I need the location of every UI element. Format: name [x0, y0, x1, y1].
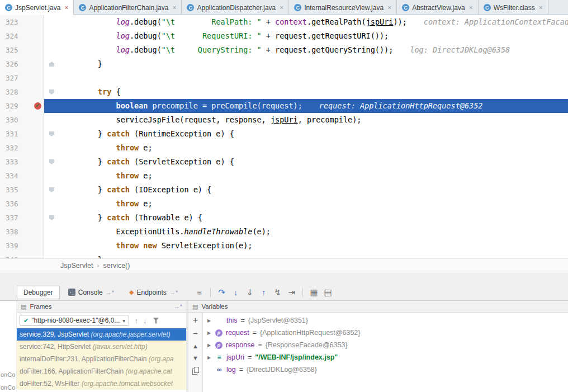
settings-menu-icon[interactable]: ≡	[192, 287, 206, 297]
fold-column[interactable]	[44, 99, 61, 113]
code-text[interactable]: serviceJspFile(request, response, jspUri…	[61, 113, 568, 127]
close-icon[interactable]: ×	[539, 4, 543, 12]
code-text[interactable]: log.debug("\t RealPath: " + context.getR…	[61, 15, 568, 29]
remove-watch-icon[interactable]: −	[193, 330, 198, 338]
variable-row[interactable]: ▶≡jspUri="/WEB-INF/jsp/index.jsp"	[203, 351, 568, 363]
fold-column[interactable]	[44, 169, 61, 183]
code-text[interactable]: } catch (RuntimeException e) {	[61, 127, 568, 141]
fold-column[interactable]	[44, 211, 61, 225]
fold-marker-icon[interactable]	[49, 89, 54, 95]
line-gutter[interactable]: 336	[0, 197, 44, 211]
expand-chevron-icon[interactable]: ▶	[206, 318, 212, 323]
thread-dropdown[interactable]: ✔ "http-nio-8080-exec-1"@6,0... ▾	[20, 315, 129, 326]
fold-column[interactable]	[44, 43, 61, 57]
fold-column[interactable]	[44, 155, 61, 169]
variable-row[interactable]: ▶this={JspServlet@6351}	[203, 314, 568, 327]
variable-row[interactable]: ▶prequest={ApplicationHttpRequest@6352}	[203, 327, 568, 339]
line-gutter[interactable]: 337	[0, 211, 44, 225]
close-icon[interactable]: ×	[280, 4, 283, 12]
expand-chevron-icon[interactable]: ▶	[206, 330, 212, 336]
line-gutter[interactable]: 335	[0, 183, 44, 197]
fold-column[interactable]	[44, 85, 61, 99]
debug-tab-debugger[interactable]: Debugger	[17, 286, 60, 299]
stack-frame-row[interactable]: doFilter:52, WsFilter (org.apache.tomcat…	[17, 377, 186, 390]
code-text[interactable]: }	[61, 57, 568, 71]
run-to-cursor-icon[interactable]: ⇥	[285, 287, 299, 297]
step-out-icon[interactable]: ↑	[257, 287, 271, 297]
code-text[interactable]: }	[61, 253, 568, 258]
fold-marker-icon[interactable]	[49, 215, 54, 220]
move-watch-up-icon[interactable]: ▲	[192, 343, 198, 350]
tool-window-button[interactable]: onCo	[1, 371, 15, 378]
editor-tab-InternalResourceView.java[interactable]: CInternalResourceView.java×	[289, 0, 397, 15]
line-gutter[interactable]: 325	[0, 43, 44, 57]
fold-column[interactable]	[44, 253, 61, 258]
line-gutter[interactable]: 326	[0, 57, 44, 71]
editor-tab-ApplicationDispatcher.java[interactable]: CApplicationDispatcher.java×	[182, 0, 289, 15]
code-text[interactable]: } catch (Throwable e) {	[61, 211, 568, 225]
step-over-icon[interactable]: ↷	[215, 287, 229, 297]
line-gutter[interactable]: 331	[0, 127, 44, 141]
fold-column[interactable]	[44, 127, 61, 141]
line-gutter[interactable]: 323	[0, 15, 44, 29]
fold-marker-icon[interactable]	[49, 159, 54, 164]
prev-frame-icon[interactable]: ↑	[134, 317, 138, 325]
stack-frame-row[interactable]: doFilter:166, ApplicationFilterChain (or…	[17, 365, 186, 377]
code-text[interactable]	[61, 71, 568, 85]
stack-frame-row[interactable]: service:329, JspServlet (org.apache.jasp…	[17, 328, 186, 341]
current-execution-line[interactable]: boolean precompile = preCompile(request)…	[44, 99, 568, 113]
hide-library-frames-icon[interactable]	[153, 318, 159, 324]
code-text[interactable]: } catch (ServletException e) {	[61, 155, 568, 169]
line-gutter[interactable]: 340	[0, 253, 44, 258]
editor-tab-JspServlet.java[interactable]: CJspServlet.java×	[0, 0, 74, 15]
stack-frame-row[interactable]: internalDoFilter:231, ApplicationFilterC…	[17, 353, 186, 365]
view-as-table-icon[interactable]: ▦	[307, 287, 321, 297]
code-editor[interactable]: 323 log.debug("\t RealPath: " + context.…	[0, 15, 568, 258]
code-text[interactable]: throw e;	[61, 141, 568, 155]
add-watch-icon[interactable]: +	[193, 317, 198, 324]
fold-column[interactable]	[44, 113, 61, 127]
line-gutter[interactable]: 327	[0, 71, 44, 85]
line-gutter[interactable]: 338	[0, 225, 44, 239]
code-text[interactable]: throw e;	[61, 197, 568, 211]
expand-chevron-icon[interactable]: ▶	[206, 355, 212, 360]
fold-column[interactable]	[44, 141, 61, 155]
line-gutter[interactable]: 329	[0, 99, 44, 113]
fold-marker-icon[interactable]	[49, 187, 54, 192]
fold-column[interactable]	[44, 57, 61, 71]
fold-column[interactable]	[44, 71, 61, 85]
editor-tab-ApplicationFilterChain.java[interactable]: CApplicationFilterChain.java×	[74, 0, 182, 15]
expand-chevron-icon[interactable]: ▶	[206, 343, 212, 348]
code-text[interactable]: boolean precompile = preCompile(request)…	[61, 99, 568, 113]
close-icon[interactable]: ×	[387, 4, 391, 12]
step-into-icon[interactable]: ↓	[229, 287, 243, 297]
close-icon[interactable]: ×	[64, 4, 68, 12]
debug-tab-endpoints[interactable]: ◆Endpoints→*	[122, 286, 184, 299]
debug-tab-console[interactable]: ›_Console→*	[61, 286, 121, 299]
jump-to-frame-icon[interactable]: →*	[174, 303, 182, 310]
close-icon[interactable]: ×	[172, 4, 176, 12]
editor-tab-WsFilter.class[interactable]: CWsFilter.class×	[479, 0, 548, 15]
line-gutter[interactable]: 328	[0, 85, 44, 99]
line-gutter[interactable]: 324	[0, 29, 44, 43]
line-gutter[interactable]: 332	[0, 141, 44, 155]
code-text[interactable]: log.debug("\t RequestURI: " + request.ge…	[61, 29, 568, 43]
fold-column[interactable]	[44, 15, 61, 29]
tool-window-button[interactable]: onCo	[1, 384, 15, 391]
fold-column[interactable]	[44, 197, 61, 211]
fold-column[interactable]	[44, 225, 61, 239]
code-text[interactable]: try {	[61, 85, 568, 99]
variable-row[interactable]: ∞log={DirectJDKLog@6358}	[203, 363, 568, 376]
next-frame-icon[interactable]: ↓	[143, 317, 147, 325]
fold-marker-icon[interactable]	[49, 131, 54, 136]
variable-row[interactable]: ▶presponse={ResponseFacade@6353}	[203, 339, 568, 351]
line-gutter[interactable]: 339	[0, 239, 44, 253]
code-text[interactable]: throw new ServletException(e);	[61, 239, 568, 253]
close-icon[interactable]: ×	[469, 4, 473, 12]
fold-marker-icon[interactable]	[49, 62, 54, 67]
editor-tab-AbstractView.java[interactable]: CAbstractView.java×	[397, 0, 479, 15]
line-gutter[interactable]: 330	[0, 113, 44, 127]
fold-column[interactable]	[44, 239, 61, 253]
fold-column[interactable]	[44, 29, 61, 43]
move-watch-down-icon[interactable]: ▼	[192, 355, 198, 361]
